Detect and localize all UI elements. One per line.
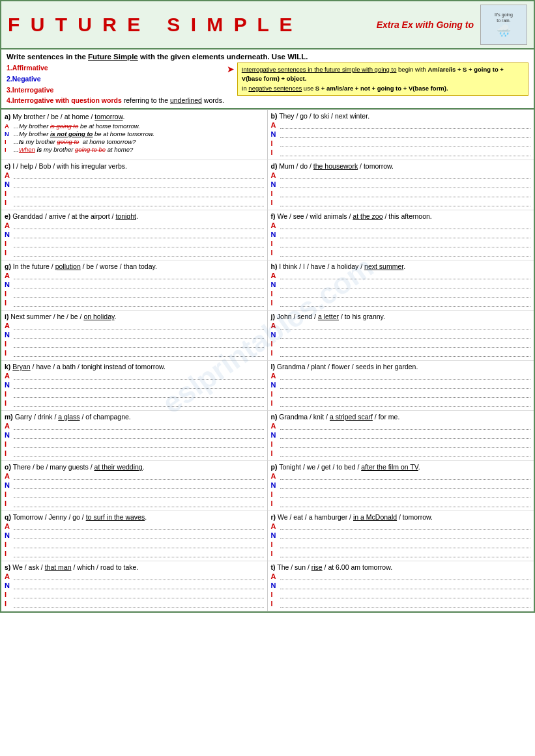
- info-box: Interrogative sentences in the future si…: [237, 63, 528, 96]
- exercise-h: h) I think / I / have / a holiday / next…: [268, 260, 534, 311]
- main-instruction: Write sentences in the Future Simple wit…: [7, 53, 528, 61]
- exercise-q: q) Tomorrow / Jenny / go / to surf in th…: [1, 511, 268, 561]
- exercise-f: f) We / see / wild animals / at the zoo …: [268, 210, 534, 260]
- extra-label: Extra Ex with Going to: [377, 20, 474, 30]
- exercise-l: l) Grandma / plant / flower / seeds in h…: [268, 361, 534, 411]
- exercise-d: d) Mum / do / the housework / tomorrow. …: [268, 160, 534, 210]
- numbered-list: 1.Affirmative 2.Negative 3.Interrogative…: [7, 63, 224, 106]
- exercise-p: p) Tonight / we / get / to bed / after t…: [268, 461, 534, 511]
- exercise-j: j) John / send / a letter / to his grann…: [268, 311, 534, 361]
- exercise-s: s) We / ask / that man / which / road to…: [1, 561, 268, 611]
- exercise-k: k) Bryan / have / a bath / tonight inste…: [1, 361, 268, 411]
- exercise-c: c) I / help / Bob / with his irregular v…: [1, 160, 268, 210]
- exercise-n: n) Grandma / knit / a striped scarf / fo…: [268, 411, 534, 461]
- instructions-section: Write sentences in the Future Simple wit…: [0, 49, 535, 109]
- exercise-r: r) We / eat / a hamburger / in a McDonal…: [268, 511, 534, 561]
- title-text: F U T U R E S I M P L E: [8, 14, 295, 36]
- character-image: It's goingto rain. 🌧️: [480, 5, 527, 45]
- title: F U T U R E S I M P L E: [8, 14, 295, 36]
- exercise-o: o) There / be / many guests / at their w…: [1, 461, 268, 511]
- exercise-b: b) They / go / to ski / next winter. A N…: [268, 110, 534, 160]
- exercise-a: a) My brother / be / at home / tomorrow.…: [1, 110, 268, 160]
- exercise-i: i) Next summer / he / be / on holiday. A…: [1, 311, 268, 361]
- exercise-t: t) The / sun / rise / at 6.00 am tomorro…: [268, 561, 534, 611]
- exercise-e: e) Granddad / arrive / at the airport / …: [1, 210, 268, 260]
- page-header: F U T U R E S I M P L E Extra Ex with Go…: [0, 0, 535, 49]
- exercise-g: g) In the future / pollution / be / wors…: [1, 260, 268, 311]
- exercise-m: m) Garry / drink / a glass / of champagn…: [1, 411, 268, 461]
- exercises-container: eslprintables.com a) My brother / be / a…: [0, 109, 535, 613]
